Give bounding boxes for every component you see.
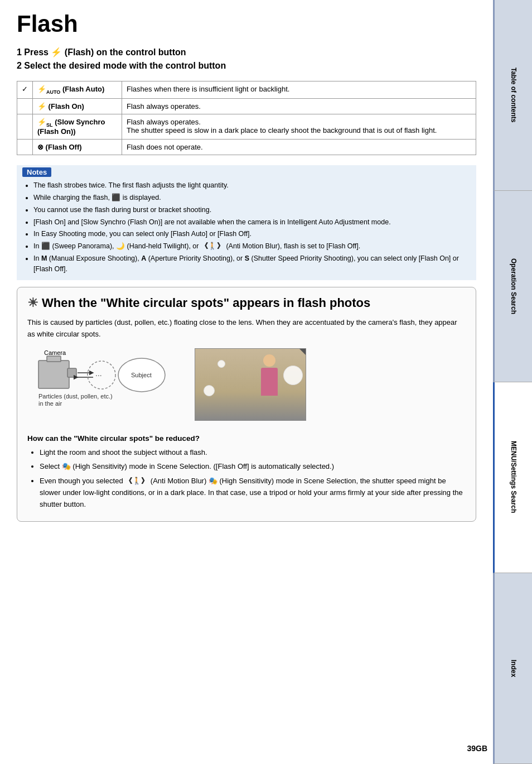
svg-text:Subject: Subject bbox=[131, 372, 152, 378]
notes-item: You cannot use the flash during burst or… bbox=[33, 205, 471, 215]
table-check bbox=[17, 140, 33, 155]
svg-text:in the air: in the air bbox=[38, 400, 62, 407]
notes-item: The flash strobes twice. The first flash… bbox=[33, 180, 471, 191]
diagram-area: Camera bbox=[27, 348, 466, 426]
corner-triangle bbox=[299, 348, 306, 355]
table-mode: ⚡SL (Slow Synchro (Flash On)) bbox=[33, 114, 122, 140]
notes-item: While charging the flash, ⬛ is displayed… bbox=[33, 193, 471, 203]
reduce-item: Even though you selected 《🚶》 (Anti Motio… bbox=[40, 475, 466, 510]
photo-scene bbox=[195, 349, 306, 420]
sidebar-tab-toc-label: Table of contents bbox=[509, 68, 518, 122]
step2: 2 Select the desired mode with the contr… bbox=[17, 61, 476, 71]
reduce-item: Select 🎭 (High Sensitivity) mode in Scen… bbox=[40, 461, 466, 473]
svg-rect-0 bbox=[38, 361, 69, 388]
white-spots-title: ☀ When the "White circular spots" appear… bbox=[27, 295, 466, 311]
notes-box: Notes The flash strobes twice. The first… bbox=[17, 165, 476, 280]
reduce-item: Light the room and shoot the subject wit… bbox=[40, 447, 466, 459]
table-mode: ⚡AUTO (Flash Auto) bbox=[33, 81, 122, 99]
table-mode: ⊗ (Flash Off) bbox=[33, 140, 122, 155]
table-desc: Flash always operates. The shutter speed… bbox=[122, 114, 476, 140]
white-spots-title-text: When the "White circular spots" appears … bbox=[42, 295, 370, 311]
table-desc: Flash does not operate. bbox=[122, 140, 476, 155]
sidebar-tab-index-label: Index bbox=[509, 660, 518, 677]
notes-item: In M (Manual Exposure Shooting), A (Aper… bbox=[33, 253, 471, 275]
white-spots-description: This is caused by particles (dust, polle… bbox=[27, 317, 466, 340]
notes-list: The flash strobes twice. The first flash… bbox=[22, 180, 471, 274]
svg-text:···: ··· bbox=[95, 371, 102, 379]
sidebar-tab-operation[interactable]: Operation Search bbox=[493, 191, 532, 382]
svg-text:Particles (dust, pollen, etc.): Particles (dust, pollen, etc.) bbox=[38, 393, 113, 400]
table-desc: Flash always operates. bbox=[122, 98, 476, 114]
diagram-svg: ··· Subject Particles (dust, pollen, etc… bbox=[27, 348, 183, 426]
figure-body bbox=[261, 368, 278, 396]
sidebar-tab-operation-label: Operation Search bbox=[509, 258, 518, 314]
sidebar-tab-index[interactable]: Index bbox=[493, 573, 532, 764]
white-spot-1 bbox=[283, 366, 303, 385]
table-check: ✓ bbox=[17, 81, 33, 99]
sidebar-tab-toc[interactable]: Table of contents bbox=[493, 0, 532, 191]
sun-icon: ☀ bbox=[27, 295, 38, 311]
notes-item: In ⬛ (Sweep Panorama), 🌙 (Hand-held Twil… bbox=[33, 241, 471, 252]
sidebar-tab-menu-label: MENU/Settings Search bbox=[509, 441, 518, 513]
photo-box bbox=[195, 348, 306, 421]
step1: 1 Press ⚡ (Flash) on the control button bbox=[17, 47, 476, 57]
diagram-right bbox=[195, 348, 317, 426]
reduce-title: How can the "White circular spots" be re… bbox=[27, 434, 466, 443]
notes-label: Notes bbox=[22, 167, 51, 177]
diagram-left: Camera bbox=[27, 348, 183, 426]
table-desc: Flashes when there is insufficient light… bbox=[122, 81, 476, 99]
photo-figure bbox=[255, 354, 283, 405]
table-mode: ⚡ (Flash On) bbox=[33, 98, 122, 114]
reduce-list: Light the room and shoot the subject wit… bbox=[27, 447, 466, 511]
flash-table: ✓ ⚡AUTO (Flash Auto) Flashes when there … bbox=[17, 81, 476, 155]
sidebar-tab-menu[interactable]: MENU/Settings Search bbox=[493, 382, 532, 573]
steps: 1 Press ⚡ (Flash) on the control button … bbox=[17, 47, 476, 71]
notes-item: In Easy Shooting mode, you can select on… bbox=[33, 229, 471, 239]
white-spot-3 bbox=[217, 360, 225, 368]
table-check bbox=[17, 114, 33, 140]
svg-rect-1 bbox=[47, 356, 61, 362]
page-number: 39GB bbox=[467, 744, 487, 753]
sidebar: Table of contents Operation Search MENU/… bbox=[493, 0, 532, 764]
table-row: ⊗ (Flash Off) Flash does not operate. bbox=[17, 140, 476, 155]
table-check bbox=[17, 98, 33, 114]
table-row: ⚡ (Flash On) Flash always operates. bbox=[17, 98, 476, 114]
table-row: ⚡SL (Slow Synchro (Flash On)) Flash alwa… bbox=[17, 114, 476, 140]
page-title: Flash bbox=[17, 11, 476, 37]
reduce-section: How can the "White circular spots" be re… bbox=[27, 434, 466, 511]
svg-rect-2 bbox=[67, 368, 76, 377]
notes-item: [Flash On] and [Slow Synchro (Flash On)]… bbox=[33, 217, 471, 228]
white-spots-section: ☀ When the "White circular spots" appear… bbox=[17, 287, 476, 521]
table-row: ✓ ⚡AUTO (Flash Auto) Flashes when there … bbox=[17, 81, 476, 99]
white-spot-2 bbox=[204, 385, 215, 396]
main-content: Flash 1 Press ⚡ (Flash) on the control b… bbox=[0, 0, 493, 549]
figure-head bbox=[263, 354, 275, 367]
